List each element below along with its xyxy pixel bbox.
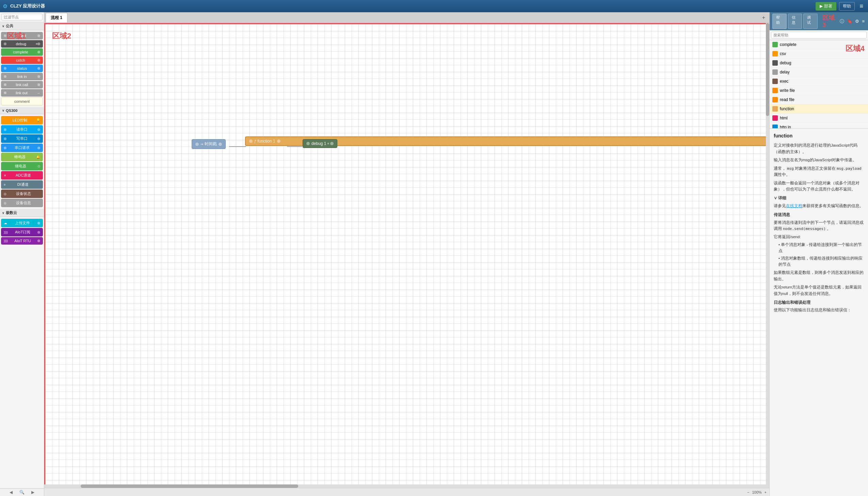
help-button[interactable]: 帮助 [839,2,855,11]
node-dev-state-label: 设备状态 [6,191,40,196]
canvas-node-debug[interactable]: debug 1 ≡ [303,139,337,148]
inject-left-port [195,142,199,146]
rp-menu-icon[interactable]: ≡ [861,18,865,25]
node-serial-req[interactable]: 串口请求 [1,143,43,152]
port-left [4,146,6,149]
rp-node-delay[interactable]: delay [770,68,868,77]
canvas-area[interactable]: 区域2 ⇒ 时间戳 [44,23,769,496]
scrollbar-thumb-v [766,23,769,116]
rp-info-icon[interactable]: ⓘ [839,18,845,25]
rp-delay-icon [772,69,778,75]
section-cloud[interactable]: ∨ 极数云 [0,209,44,217]
rp-send-text: 要将消息传递到流中的下一个节点，请返回消息或调用node.send(messag… [774,219,864,232]
led-icon: 💡 [36,119,40,122]
node-serial-read[interactable]: 读串口 [1,125,43,134]
rp-write-file-label: write file [780,88,795,93]
rp-null-note: 无论return方法是单个值还是数组元素，如果返回值为null，则不会发送任何消… [774,284,864,297]
zoom-out-icon[interactable]: − [747,490,749,494]
rp-tab-help[interactable]: 帮助 [772,14,787,29]
rp-node-http-in[interactable]: http in [770,123,868,128]
node-dev-state[interactable]: ◎ 设备状态 [1,189,43,198]
node-aiot-rtu[interactable]: )))) AIoT RTU [1,237,43,245]
function-label: function 1 [258,139,275,143]
node-dev-info[interactable]: ◎ 设备信息 [1,199,43,207]
node-relay-label: 继电器 [4,164,37,169]
node-link-call[interactable]: link call [1,81,43,89]
node-relay[interactable]: 继电器 ⊙ [1,162,43,170]
debug-right-port [330,142,334,145]
rp-node-list: 区域4 complete csv debug delay exec [770,40,868,128]
rp-tab-info[interactable]: 信息 [788,14,802,29]
node-aiot-subscribe[interactable]: )))) AIoT订阅 [1,228,43,236]
rp-online-doc-link[interactable]: 在线文档 [786,204,802,208]
port-right [37,43,40,45]
rp-function-label: function [780,107,794,111]
qs300-node-list: LED控制 💡 读串口 写串口 串口请求 [0,114,44,209]
zoom-in-icon[interactable]: + [764,490,766,494]
node-catch-label: catch [4,58,37,62]
rp-exec-label: exec [780,79,788,84]
canvas-scrollbar-h[interactable] [44,484,769,488]
filter-input[interactable] [1,14,43,20]
rp-node-html[interactable]: html [770,114,868,123]
section-public[interactable]: ∨ 公共 [0,22,44,30]
menu-button[interactable]: ≡ [857,2,865,11]
node-dev-info-label: 设备信息 [6,200,40,205]
rp-debug-label: debug [780,61,791,65]
port-right [37,222,40,224]
canvas-node-inject[interactable]: ⇒ 时间戳 [192,139,226,149]
scroll-left-icon[interactable]: ◀ [10,490,13,495]
sidebar-filter [0,12,44,22]
rp-bookmark-icon[interactable]: 🔖 [846,18,853,25]
deploy-button[interactable]: ▶ 部署 [816,2,836,11]
rp-node-debug-list[interactable]: debug [770,59,868,68]
node-link-in[interactable]: link in [1,73,43,80]
node-serial-write[interactable]: 写串口 [1,134,43,143]
rp-node-read-file[interactable]: read file [770,95,868,105]
node-di[interactable]: ≡ DI通道 [1,180,43,189]
flow-tab-1[interactable]: 流程 1 [46,13,67,22]
flow-tabs: 流程 1 + [44,12,769,23]
add-flow-button[interactable]: + [759,15,768,21]
rp-node-write-file[interactable]: write file [770,86,868,95]
node-comment[interactable]: comment [1,97,43,106]
deploy-icon: ▶ [820,4,823,9]
rp-node-csv[interactable]: csv [770,49,868,59]
node-link-in-label: link in [6,75,37,79]
rp-node-function-list[interactable]: function [770,105,868,114]
rp-tab-debug[interactable]: 调试 [803,14,818,29]
node-status[interactable]: status [1,65,43,72]
node-complete[interactable]: complete [1,48,43,56]
rp-read-file-label: read file [780,97,794,102]
canvas-scrollbar-v[interactable] [766,23,769,488]
rp-debug-icon [772,60,778,66]
inject-arrow-icon: ⇒ [200,142,203,146]
node-upload-file[interactable]: ☁ 上传文件 [1,219,43,227]
rp-node-exec[interactable]: exec [770,77,868,86]
node-debug-label: debug [6,42,36,46]
devinfo-icon: ◎ [4,201,6,205]
rp-settings-icon[interactable]: ⚙ [854,18,860,25]
node-serial-req-label: 串口请求 [6,145,37,150]
section-qs300[interactable]: ∨ QS300 [0,107,44,114]
title-bar-left: ⚙ CLZY 应用设计器 [3,3,45,10]
search-bottom-icon[interactable]: 🔍 [19,490,25,495]
node-catch[interactable]: catch [1,57,43,64]
node-inject[interactable]: inject [1,32,43,40]
chevron-down-icon: ∨ [2,25,4,28]
node-led[interactable]: LED控制 💡 [1,116,43,124]
zoom-level: 100% [752,490,761,494]
right-panel-header: 帮助 信息 调试 区域3 ⓘ 🔖 ⚙ ≡ [770,12,868,30]
rp-node-complete[interactable]: complete [770,40,868,49]
node-link-out[interactable]: link out → [1,89,43,97]
port-left [4,128,6,131]
node-debug[interactable]: debug ≡ [1,40,43,48]
rp-exec-icon [772,79,778,84]
rp-search-input[interactable] [771,32,867,38]
rp-code-msg: msg [786,166,795,171]
node-adc[interactable]: ✕ ADC通道 [1,171,43,180]
main-layout: 区域1 ∨ 公共 inject debug ≡ [0,12,868,496]
node-buzzer[interactable]: 蜂鸣器 🔔 [1,153,43,161]
scroll-right-icon[interactable]: ▶ [31,490,34,495]
rp-http-in-icon [772,124,778,128]
